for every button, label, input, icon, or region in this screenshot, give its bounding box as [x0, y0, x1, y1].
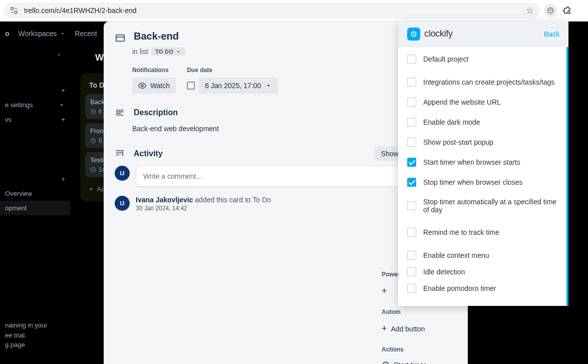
extension-icons	[544, 4, 572, 17]
sidebar-item-opment[interactable]: opment	[0, 201, 70, 215]
recent-nav[interactable]: Recent	[75, 30, 97, 38]
setting-stop-timer-time[interactable]: Stop timer automatically at a specified …	[398, 192, 568, 219]
checkbox[interactable]	[407, 228, 416, 237]
setting-start-timer-browser[interactable]: Start timer when browser starts	[398, 152, 568, 172]
avatar[interactable]: IJ	[115, 166, 130, 181]
checkbox[interactable]	[407, 55, 416, 64]
actions-label: Actions	[382, 346, 457, 353]
setting-post-start-popup[interactable]: Show post-start popup	[398, 132, 568, 152]
comment-input[interactable]: Write a comment…	[136, 166, 428, 187]
setting-pomodoro[interactable]: Enable pomodoro timer	[398, 278, 568, 298]
setting-stop-timer-browser[interactable]: Stop timer when browser closes	[398, 172, 568, 192]
clockify-settings-body: Default project Integrations can create …	[398, 47, 568, 306]
due-date-checkbox[interactable]	[187, 82, 195, 90]
setting-default-project[interactable]: Default project	[398, 49, 568, 69]
sidebar-item-views[interactable]: vs+	[0, 112, 70, 127]
browser-bar: trello.com/c/4e1RWHZH/2-back-end ☆	[0, 0, 588, 22]
trello-logo[interactable]: o	[5, 30, 10, 38]
activity-icon	[115, 149, 126, 159]
extensions-puzzle-icon[interactable]	[561, 5, 572, 16]
sidebar-item-settings[interactable]: e settings	[0, 98, 70, 112]
watch-button[interactable]: Watch	[132, 78, 176, 94]
scrollbar-indicator[interactable]	[566, 47, 568, 306]
url-bar[interactable]: trello.com/c/4e1RWHZH/2-back-end ☆	[4, 3, 540, 19]
setting-integrations[interactable]: Integrations can create projects/tasks/t…	[398, 72, 568, 92]
description-text[interactable]: Back-end web development	[132, 125, 428, 133]
setting-dark-mode[interactable]: Enable dark mode	[398, 112, 568, 132]
trello-sidebar: ‹ + e settings vs+ + Overview opment nai…	[0, 46, 70, 364]
notifications-label: Notifications	[132, 67, 176, 74]
card-icon	[115, 33, 126, 44]
checkbox[interactable]	[407, 267, 416, 276]
setting-idle-detection[interactable]: Idle detection	[398, 265, 568, 278]
site-settings-icon[interactable]	[10, 6, 19, 15]
card-title[interactable]: Back-end	[134, 31, 179, 42]
checkbox[interactable]	[407, 98, 416, 107]
workspaces-nav[interactable]: Workspaces	[19, 30, 66, 38]
activity-heading: Activity	[134, 149, 366, 158]
description-heading: Description	[134, 108, 394, 117]
bookmark-star-icon[interactable]: ☆	[526, 5, 534, 16]
avatar[interactable]: IJ	[115, 196, 130, 211]
checkbox[interactable]	[407, 201, 416, 210]
clockify-extension-icon[interactable]	[544, 4, 557, 17]
list-badge[interactable]: TO DO	[151, 48, 185, 56]
activity-time[interactable]: 30 Jan 2024, 14:42	[136, 205, 271, 212]
sidebar-collapse-icon[interactable]: ‹	[0, 51, 70, 58]
svg-point-10	[141, 85, 143, 87]
checkbox[interactable]	[407, 78, 416, 87]
checkbox[interactable]	[407, 251, 416, 260]
svg-rect-8	[116, 35, 125, 42]
sidebar-item-overview[interactable]: Overview	[0, 186, 70, 201]
add-button-button[interactable]: +Add button	[382, 320, 457, 337]
activity-author[interactable]: Ivana Jakovljevic	[136, 196, 193, 204]
sidebar-item[interactable]: +	[0, 83, 70, 98]
checkbox-checked[interactable]	[407, 178, 416, 187]
clockify-logo: clockify	[407, 28, 453, 41]
activity-item: Ivana Jakovljevic added this card to To …	[136, 196, 271, 212]
svg-point-12	[122, 153, 123, 154]
setting-append-url[interactable]: Append the website URL	[398, 92, 568, 112]
svg-point-13	[122, 150, 123, 151]
svg-rect-1	[15, 11, 17, 14]
clockify-header: clockify Back	[398, 21, 568, 47]
start-timer-button[interactable]: Start timer	[382, 358, 457, 364]
checkbox[interactable]	[407, 118, 416, 127]
svg-point-11	[122, 155, 123, 156]
setting-context-menu[interactable]: Enable context menu	[398, 245, 568, 265]
due-date-label: Due date	[187, 67, 278, 74]
version-label: Version: 2.11.12	[398, 298, 568, 306]
checkbox[interactable]	[407, 138, 416, 147]
svg-rect-0	[11, 8, 14, 10]
checkbox[interactable]	[407, 284, 416, 293]
trial-notice: naining in your ee trial. g page	[0, 315, 70, 355]
setting-remind-track[interactable]: Remind me to track time	[398, 222, 568, 242]
due-date-button[interactable]: 6 Jan 2025, 17:00	[199, 78, 278, 94]
automation-label: Autom	[382, 308, 457, 315]
clockify-panel: clockify Back Default project Integratio…	[398, 21, 568, 306]
back-link[interactable]: Back	[544, 30, 559, 38]
clockify-logo-icon	[407, 28, 420, 41]
description-icon	[115, 108, 126, 118]
checkbox-checked[interactable]	[407, 158, 416, 167]
url-text[interactable]: trello.com/c/4e1RWHZH/2-back-end	[24, 7, 521, 15]
sidebar-item[interactable]: +	[0, 172, 70, 186]
